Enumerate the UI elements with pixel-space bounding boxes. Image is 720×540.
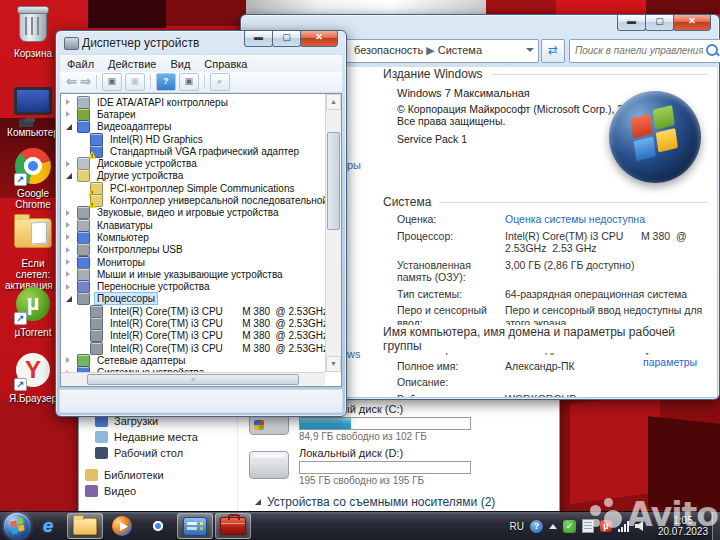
taskbar-chrome[interactable] xyxy=(141,514,175,538)
sidebar-link-fragment[interactable]: ws xyxy=(347,348,360,360)
expand-icon[interactable] xyxy=(66,111,75,117)
menu-item-3[interactable]: Справка xyxy=(197,58,254,70)
system-info-row-value[interactable]: Оценка системы недоступна xyxy=(505,213,717,226)
tree-item[interactable]: IDE ATA/ATAPI контроллеры xyxy=(61,96,325,108)
sidebar-item-4[interactable]: Видео xyxy=(85,485,136,497)
help-icon[interactable]: ? xyxy=(156,73,176,91)
scrollbar-thumb[interactable] xyxy=(327,132,340,230)
tree-item[interactable]: Intel(R) Core(TM) i3 CPU M 380 @ 2.53GHz xyxy=(61,305,325,317)
breadcrumb-current[interactable]: Система xyxy=(438,44,482,56)
sidebar-item-3[interactable]: Библиотеки xyxy=(85,469,164,481)
tree-item[interactable]: Процессоры xyxy=(61,293,325,305)
sidebar-item-2[interactable]: Рабочий стол xyxy=(95,447,183,459)
forward-icon[interactable]: ⇒ xyxy=(80,74,91,90)
tree-item[interactable]: Intel(R) Core(TM) i3 CPU M 380 @ 2.53GHz xyxy=(61,317,325,329)
desktop-icon-computer[interactable]: Компьютер xyxy=(3,84,63,138)
help-tray-icon[interactable]: ? xyxy=(530,520,543,533)
collapse-icon[interactable] xyxy=(66,124,75,130)
maximize-button[interactable]: ▢ xyxy=(645,15,674,31)
address-dropdown-icon[interactable] xyxy=(526,48,534,52)
expand-icon[interactable] xyxy=(66,234,75,240)
search-box[interactable] xyxy=(569,39,720,63)
collapse-arrow-icon[interactable] xyxy=(255,499,261,505)
tree-item[interactable]: !Стандартный VGA графический адаптер xyxy=(61,145,325,157)
start-button[interactable] xyxy=(4,513,30,539)
drive-name[interactable]: Локальный диск (D:) xyxy=(299,447,403,459)
desktop-icon-chrome[interactable]: ↗Google Chrome xyxy=(3,148,63,210)
refresh-button[interactable]: ⇄ xyxy=(541,39,565,63)
taskbar-control-panel[interactable] xyxy=(177,513,213,539)
action-center-icon[interactable]: ✓ xyxy=(563,520,576,533)
collapse-icon[interactable] xyxy=(66,173,75,179)
collapse-icon[interactable] xyxy=(66,296,75,302)
tree-item[interactable]: Контроллеры USB xyxy=(61,244,325,256)
tree-item[interactable]: Мыши и иные указывающие устройства xyxy=(61,268,325,280)
desktop-icon-recycle-bin[interactable]: Корзина xyxy=(3,6,63,59)
taskbar-windows-explorer[interactable] xyxy=(67,513,103,539)
expand-icon[interactable] xyxy=(66,210,75,216)
show-desktop-button[interactable] xyxy=(712,512,720,540)
taskbar-toolbox-app[interactable] xyxy=(215,513,251,539)
tray-document-icon[interactable] xyxy=(582,519,594,533)
tree-item[interactable]: !PCI-контроллер Simple Communications xyxy=(61,182,325,194)
language-indicator[interactable]: RU xyxy=(509,521,523,532)
back-icon[interactable]: ⇐ xyxy=(66,74,77,90)
menu-item-0[interactable]: Файл xyxy=(60,58,101,70)
tree-item[interactable]: Видеоадаптеры xyxy=(61,121,325,133)
desktop-icon-utorrent[interactable]: µ↗µTorrent xyxy=(3,286,63,338)
close-button[interactable]: ✕ xyxy=(300,31,338,47)
device-manager-window[interactable]: Диспетчер устройств ▬ ▢ ✕ ФайлДействиеВи… xyxy=(55,30,347,417)
desktop-icon-yandex-browser[interactable]: Y↗Я.Браузер xyxy=(3,352,63,404)
tree-item[interactable]: Дисковые устройства xyxy=(61,157,325,169)
tree-item[interactable]: !Контроллер универсальной последовательн… xyxy=(61,194,325,206)
taskbar-media-player[interactable] xyxy=(105,514,139,538)
scan-hardware-icon[interactable]: ⌕ xyxy=(210,73,230,91)
tree-item[interactable]: Клавиатуры xyxy=(61,219,325,231)
tree-item[interactable]: Мониторы xyxy=(61,256,325,268)
expand-icon[interactable] xyxy=(66,247,75,253)
utorrent-tray-icon[interactable]: µ xyxy=(600,520,612,532)
volume-icon[interactable] xyxy=(635,521,648,532)
expand-icon[interactable] xyxy=(66,271,75,277)
console-window-icon[interactable]: ▣ xyxy=(102,73,122,91)
close-button[interactable]: ✕ xyxy=(673,15,711,31)
expand-icon[interactable] xyxy=(66,259,75,265)
removable-devices-group[interactable]: Устройства со съемными носителями (2) xyxy=(255,495,495,509)
hard-drive-icon[interactable] xyxy=(249,451,289,479)
tree-item[interactable]: Переносные устройства xyxy=(61,280,325,292)
tree-item[interactable]: Другие устройства xyxy=(61,170,325,182)
search-icon[interactable] xyxy=(706,44,718,56)
tree-item[interactable]: Intel(R) Core(TM) i3 CPU M 380 @ 2.53GHz xyxy=(61,342,325,354)
search-input[interactable] xyxy=(570,41,703,56)
network-signal-icon[interactable] xyxy=(618,521,629,532)
show-hidden-icons[interactable] xyxy=(549,524,557,529)
properties-icon[interactable]: ▣ xyxy=(179,73,199,91)
expand-icon[interactable] xyxy=(66,99,75,105)
tree-item[interactable]: Компьютер xyxy=(61,231,325,243)
expand-icon[interactable] xyxy=(66,222,75,228)
tree-item[interactable]: Intel(R) HD Graphics xyxy=(61,133,325,145)
breadcrumb[interactable]: безопасность xyxy=(354,44,423,56)
tree-item[interactable]: Батареи xyxy=(61,108,325,120)
taskbar-internet-explorer[interactable]: e xyxy=(31,514,65,538)
expand-icon[interactable] xyxy=(66,284,75,290)
tree-item[interactable]: Intel(R) Core(TM) i3 CPU M 380 @ 2.53GHz xyxy=(61,330,325,342)
sidebar-item-1[interactable]: Недавние места xyxy=(95,431,198,443)
desktop-icon-folder[interactable]: Если слетел: активация а xyxy=(3,214,63,291)
menu-item-2[interactable]: Вид xyxy=(163,58,197,70)
scroll-down-icon[interactable]: ▼ xyxy=(326,356,341,372)
scroll-up-icon[interactable]: ▲ xyxy=(326,94,341,110)
device-tree-panel[interactable]: IDE ATA/ATAPI контроллерыБатареиВидеоада… xyxy=(60,93,342,387)
vertical-scrollbar[interactable]: ▲ ▼ xyxy=(325,94,341,372)
expand-icon[interactable] xyxy=(66,357,75,363)
minimize-button[interactable]: ▬ xyxy=(244,31,273,47)
sidebar-link-fragment[interactable]: ры xyxy=(347,159,361,171)
menu-item-1[interactable]: Действие xyxy=(101,58,163,70)
expand-icon[interactable] xyxy=(66,161,75,167)
minimize-button[interactable]: ▬ xyxy=(617,15,646,31)
clock[interactable]: 1:05 20.07.2023 xyxy=(658,515,708,537)
scrollbar-thumb[interactable]: ≡ xyxy=(87,374,299,385)
horizontal-scrollbar[interactable]: ≡ xyxy=(61,372,325,386)
tree-item[interactable]: Сетевые адаптеры xyxy=(61,354,325,366)
maximize-button[interactable]: ▢ xyxy=(272,31,301,47)
